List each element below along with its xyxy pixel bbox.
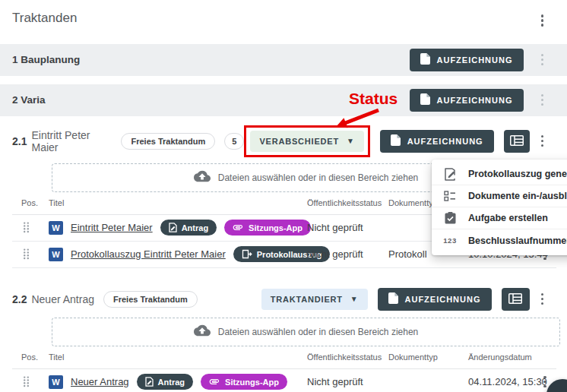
section-title: 1 Bauplanung bbox=[12, 54, 80, 65]
item-more-icon[interactable] bbox=[536, 289, 550, 309]
menu-item-dokumente-ein-ausblenden[interactable]: Dokumente ein-/ausblenden bbox=[432, 185, 567, 207]
aufzeichnung-button[interactable]: AUFZEICHNUNG bbox=[410, 89, 524, 112]
item-number: 2.2 bbox=[12, 293, 27, 305]
ballot-list-icon bbox=[443, 191, 457, 201]
numbers-123-icon: 123 bbox=[443, 236, 457, 245]
page-more-icon[interactable] bbox=[536, 11, 550, 30]
menu-item-protokollauszug-generieren[interactable]: Protokollauszug generieren bbox=[432, 163, 567, 185]
section-more-icon[interactable] bbox=[536, 50, 550, 70]
table-icon bbox=[508, 293, 522, 305]
page-title: Traktanden bbox=[12, 11, 77, 26]
table-row: W Neuer Antrag Antrag Sitzungs-App Nicht… bbox=[12, 369, 556, 392]
badge-antrag: Antrag bbox=[160, 220, 217, 236]
word-file-icon: W bbox=[49, 375, 63, 389]
documents-table-2-2: Pos. Titel Öffentlichkeitsstatus Dokumen… bbox=[12, 346, 556, 392]
document-icon bbox=[420, 53, 430, 66]
drag-handle-icon[interactable] bbox=[23, 222, 49, 233]
document-edit-icon bbox=[443, 168, 457, 181]
context-menu: Protokollauszug generieren Dokumente ein… bbox=[432, 160, 567, 255]
badge-antrag: Antrag bbox=[137, 374, 193, 390]
menu-item-aufgabe-erstellen[interactable]: Aufgabe erstellen bbox=[432, 207, 567, 229]
drag-handle-icon[interactable] bbox=[23, 376, 49, 387]
file-dropzone[interactable]: Dateien auswählen oder in diesen Bereich… bbox=[52, 318, 560, 346]
section-varia: 2 Varia AUFZEICHNUNG bbox=[0, 84, 567, 116]
aufzeichnung-button[interactable]: AUFZEICHNUNG bbox=[380, 130, 494, 153]
chevron-down-icon: ▼ bbox=[350, 296, 359, 303]
table-header: Pos. Titel Öffentlichkeitsstatus Dokumen… bbox=[12, 346, 556, 369]
word-file-icon: W bbox=[49, 221, 63, 235]
chip-freies-traktandum: Freies Traktandum bbox=[103, 291, 198, 308]
document-icon bbox=[391, 134, 401, 147]
section-title: 2 Varia bbox=[12, 94, 46, 106]
cloud-upload-icon bbox=[194, 170, 211, 185]
table-view-button[interactable] bbox=[502, 288, 530, 311]
document-link[interactable]: Neuer Antrag bbox=[71, 376, 129, 387]
aufzeichnung-button[interactable]: AUFZEICHNUNG bbox=[378, 288, 492, 311]
chip-freies-traktandum: Freies Traktandum bbox=[121, 133, 215, 150]
item-title: Eintritt Peter Maier bbox=[31, 129, 112, 153]
aufzeichnung-button[interactable]: AUFZEICHNUNG bbox=[410, 49, 524, 71]
status-dropdown[interactable]: TRAKTANDIERT ▼ bbox=[261, 289, 368, 310]
word-file-icon: W bbox=[49, 248, 63, 261]
item-number: 2.1 bbox=[12, 135, 27, 147]
task-check-icon bbox=[443, 212, 457, 224]
item-header-2-1: 2.1 Eintritt Peter Maier Freies Traktand… bbox=[0, 125, 567, 157]
document-icon bbox=[388, 292, 398, 305]
section-more-icon[interactable] bbox=[536, 90, 550, 110]
annotation-arrow-icon bbox=[325, 108, 386, 134]
item-header-2-2: 2.2 Neuer Antrag Freies Traktandum TRAKT… bbox=[0, 288, 567, 311]
document-link[interactable]: Eintritt Peter Maier bbox=[71, 222, 153, 233]
item-more-icon[interactable] bbox=[536, 131, 550, 151]
cloud-upload-icon bbox=[194, 324, 211, 339]
traktanden-page: Traktanden 1 Bauplanung AUFZEICHNUNG 2 V… bbox=[0, 0, 567, 392]
badge-sitzungs-app: Sitzungs-App bbox=[224, 220, 311, 236]
chevron-down-icon: ▼ bbox=[347, 138, 355, 145]
document-icon bbox=[420, 93, 430, 106]
table-view-button[interactable] bbox=[504, 130, 530, 153]
annotation-status-label: Status bbox=[349, 90, 398, 108]
badge-sitzungs-app: Sitzungs-App bbox=[201, 374, 287, 390]
section-bauplanung: 1 Bauplanung AUFZEICHNUNG bbox=[0, 44, 567, 76]
document-link[interactable]: Protokollauszug Eintritt Peter Maier bbox=[71, 248, 226, 260]
item-title: Neuer Antrag bbox=[31, 293, 94, 305]
menu-item-beschlusslaufnummer-bearbeiten[interactable]: 123 Beschlusslaufnummer bearbeiten bbox=[432, 229, 567, 251]
count-badge: 5 bbox=[224, 133, 244, 150]
table-icon bbox=[510, 135, 524, 147]
drag-handle-icon[interactable] bbox=[23, 248, 49, 260]
page-header: Traktanden bbox=[0, 0, 567, 44]
